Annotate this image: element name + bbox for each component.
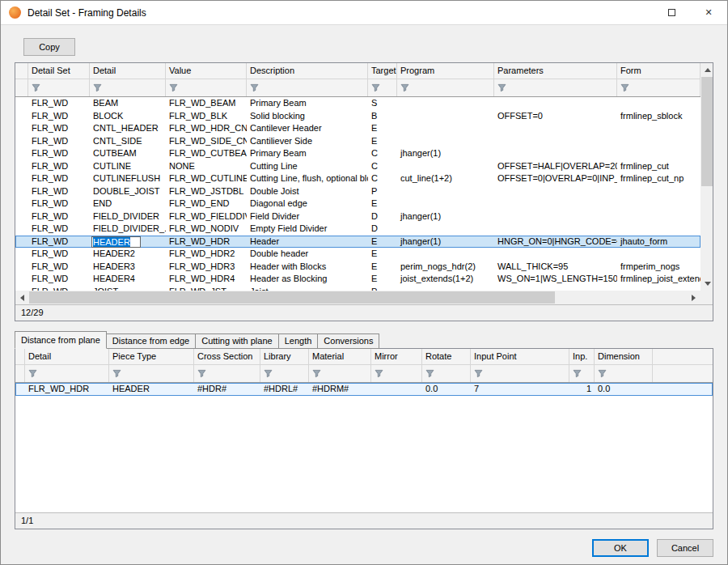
filter-cell-mirror[interactable] [371, 365, 422, 382]
column-header-target[interactable]: Target [368, 63, 397, 79]
table-row[interactable]: FLR_WDCUTLINENONECutting LineCOFFSET=HAL… [15, 160, 700, 173]
filter-funnel-icon[interactable] [375, 369, 383, 378]
ok-button[interactable]: OK [592, 539, 649, 557]
vertical-scrollbar[interactable] [700, 63, 713, 291]
row-selector[interactable] [15, 198, 28, 210]
close-button[interactable]: ✕ [690, 1, 727, 25]
table-row[interactable]: FLR_WDFIELD_DIVIDERFLR_WD_FIELDDIVField … [15, 210, 700, 223]
table-row[interactable]: FLR_WDDOUBLE_JOISTFLR_WD_JSTDBLDouble Jo… [15, 185, 700, 198]
row-selector[interactable] [15, 147, 28, 160]
filter-funnel-icon[interactable] [598, 369, 607, 378]
filter-funnel-icon[interactable] [197, 369, 206, 378]
tab-cutting-with-plane[interactable]: Cutting with plane [195, 333, 278, 349]
table-row[interactable]: FLR_WD_HDRHEADER#HDR##HDRL##HDRM#0.0710.… [15, 383, 713, 396]
table-row[interactable]: FLR_WDCNTL_SIDEFLR_WD_SIDE_CN...Cantilie… [15, 135, 700, 148]
filter-cell-library[interactable] [260, 365, 309, 382]
title-bar[interactable]: Detail Set - Framing Details ✕ [1, 1, 727, 25]
row-selector[interactable] [15, 223, 28, 236]
filter-funnel-icon[interactable] [371, 83, 380, 92]
scroll-down-button[interactable] [700, 277, 713, 291]
filter-cell-cross-section[interactable] [194, 365, 260, 382]
row-selector[interactable] [15, 236, 28, 249]
row-selector[interactable] [15, 273, 28, 286]
filter-cell-detail-set[interactable] [28, 79, 90, 96]
filter-funnel-icon[interactable] [474, 369, 483, 378]
column-header-cross-section[interactable]: Cross Section [194, 349, 260, 364]
table-row[interactable]: FLR_WDCUTBEAMFLR_WD_CUTBEAMPrimary BeamC… [15, 147, 700, 160]
filter-cell-form[interactable] [617, 79, 700, 96]
row-selector[interactable] [15, 185, 28, 198]
table-row[interactable]: FLR_WDFIELD_DIVIDER_...FLR_WD_NODIVEmpty… [15, 223, 700, 236]
column-header-dimension[interactable]: Dimension [595, 349, 653, 364]
row-selector[interactable] [15, 97, 28, 110]
filter-funnel-icon[interactable] [573, 369, 582, 378]
maximize-button[interactable] [653, 1, 690, 25]
column-header-mirror[interactable]: Mirror [371, 349, 422, 364]
column-header-program[interactable]: Program [397, 63, 494, 79]
filter-funnel-icon[interactable] [28, 369, 37, 378]
tab-distance-from-plane[interactable]: Distance from plane [15, 331, 107, 349]
column-header-inp[interactable]: Inp. [569, 349, 595, 364]
filter-cell-value[interactable] [166, 79, 247, 96]
filter-cell-inp[interactable] [569, 365, 595, 382]
filter-funnel-icon[interactable] [497, 83, 506, 92]
row-selector[interactable] [15, 122, 28, 135]
column-header-rotate[interactable]: Rotate [422, 349, 471, 364]
filter-cell-description[interactable] [247, 79, 368, 96]
cancel-button[interactable]: Cancel [657, 539, 713, 557]
table-row[interactable]: FLR_WDENDFLR_WD_ENDDiagonal edgeE [15, 198, 700, 210]
scroll-right-button[interactable] [687, 291, 700, 304]
filter-cell-rotate[interactable] [422, 365, 471, 382]
filter-funnel-icon[interactable] [93, 83, 102, 92]
table-row[interactable]: FLR_WDHEADER3FLR_WD_HDR3Header with Bloc… [15, 261, 700, 274]
row-selector[interactable] [15, 110, 28, 123]
tab-conversions[interactable]: Conversions [317, 333, 379, 349]
filter-cell-parameters[interactable] [494, 79, 617, 96]
row-selector[interactable] [15, 383, 25, 396]
tab-length[interactable]: Length [278, 333, 319, 349]
table-row[interactable]: FLR_WDHEADER4FLR_WD_HDR4Header as Blocki… [15, 273, 700, 286]
filter-cell-detail[interactable] [25, 365, 109, 382]
vertical-scrollbar-thumb[interactable] [701, 77, 713, 186]
filter-cell-piece-type[interactable] [109, 365, 194, 382]
filter-funnel-icon[interactable] [250, 83, 259, 92]
column-header-library[interactable]: Library [260, 349, 309, 364]
row-selector[interactable] [15, 135, 28, 148]
row-selector[interactable] [15, 261, 28, 274]
column-header-form[interactable]: Form [617, 63, 700, 79]
filter-funnel-icon[interactable] [112, 369, 121, 378]
scroll-left-button[interactable] [15, 291, 29, 304]
column-header-material[interactable]: Material [309, 349, 371, 364]
horizontal-scrollbar[interactable] [15, 291, 700, 304]
table-row[interactable]: FLR_WDBLOCKFLR_WD_BLKSolid blockingBOFFS… [15, 110, 700, 123]
filter-cell-detail[interactable] [90, 79, 166, 96]
filter-funnel-icon[interactable] [169, 83, 178, 92]
inline-edit-input[interactable]: HEADER [91, 236, 141, 248]
column-header-detail-set[interactable]: Detail Set [28, 63, 90, 79]
row-selector[interactable] [15, 160, 28, 173]
horizontal-scrollbar-thumb[interactable] [29, 291, 555, 304]
filter-cell-target[interactable] [368, 79, 397, 96]
table-row[interactable]: FLR_WDBEAMFLR_WD_BEAMPrimary BeamS [15, 97, 700, 110]
scroll-up-button[interactable] [700, 63, 713, 77]
filter-funnel-icon[interactable] [264, 369, 273, 378]
column-header-description[interactable]: Description [247, 63, 368, 79]
row-selector[interactable] [15, 172, 28, 185]
column-header-input-point[interactable]: Input Point [471, 349, 569, 364]
copy-button[interactable]: Copy [23, 38, 75, 56]
filter-funnel-icon[interactable] [32, 83, 40, 92]
row-selector[interactable] [15, 210, 28, 223]
filter-cell-material[interactable] [309, 365, 371, 382]
column-header-piece-type[interactable]: Piece Type [109, 349, 194, 364]
table-row[interactable]: FLR_WDHEADERFLR_WD_HDRHeaderEjhanger(1)H… [15, 236, 700, 249]
table-row[interactable]: FLR_WDCUTLINEFLUSHFLR_WD_CUTLINE2Cutting… [15, 172, 700, 185]
table-row[interactable]: FLR_WDCNTL_HEADERFLR_WD_HDR_CN...Cantile… [15, 122, 700, 135]
filter-cell-program[interactable] [397, 79, 494, 96]
table-row[interactable]: FLR_WDHEADER2FLR_WD_HDR2Double headerE [15, 248, 700, 261]
column-header-detail[interactable]: Detail [90, 63, 166, 79]
filter-funnel-icon[interactable] [425, 369, 434, 378]
filter-funnel-icon[interactable] [620, 83, 629, 92]
filter-cell-dimension[interactable] [595, 365, 653, 382]
column-header-value[interactable]: Value [166, 63, 247, 79]
filter-funnel-icon[interactable] [400, 83, 409, 92]
